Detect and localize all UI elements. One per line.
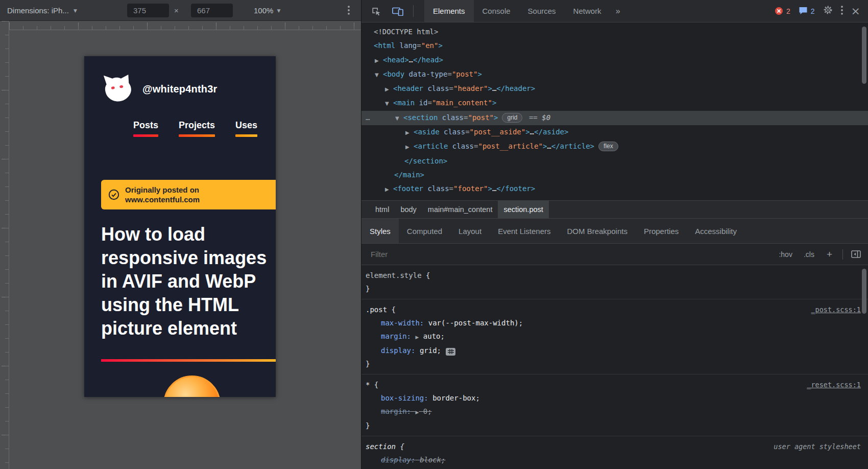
check-circle-icon (108, 189, 120, 201)
expand-arrow-icon[interactable]: ▶ (385, 182, 393, 196)
token-tag: > (525, 128, 529, 136)
panther-logo[interactable] (101, 73, 133, 105)
css-selector-line[interactable]: _reset.scss:1* { (366, 378, 861, 391)
css-selector-line[interactable]: user agent stylesheetsection { (366, 440, 861, 453)
nav-item-projects[interactable]: Projects (179, 120, 215, 137)
stylesheet-source-link[interactable]: _post.scss:1 (811, 303, 861, 316)
tab-properties[interactable]: Properties (636, 219, 687, 243)
css-declaration[interactable]: display: block; (366, 453, 861, 466)
grid-editor-adorner-icon[interactable] (446, 348, 455, 356)
tab-dom-breakpoints[interactable]: DOM Breakpoints (559, 219, 636, 243)
styles-filter-input[interactable] (371, 250, 767, 259)
collapse-arrow-icon[interactable]: ▼ (375, 68, 383, 82)
more-tabs-icon[interactable]: » (610, 0, 626, 22)
token-tag: <html (374, 41, 395, 50)
dom-tree-row[interactable]: </section> (361, 154, 868, 168)
settings-gear-icon[interactable] (823, 5, 833, 17)
viewport-height-input[interactable] (191, 4, 233, 17)
chevron-down-icon: ▼ (74, 8, 77, 13)
device-dimensions-dropdown[interactable]: Dimensions: iPh... ▼ (7, 0, 77, 21)
grid-badge[interactable]: grid (502, 113, 522, 123)
error-count-badge[interactable]: 2 (775, 7, 790, 15)
tab-computed[interactable]: Computed (399, 219, 450, 243)
tab-sources[interactable]: Sources (519, 0, 565, 22)
breadcrumb-body[interactable]: body (395, 201, 422, 218)
device-toolbar-menu-icon[interactable] (348, 6, 350, 17)
dom-tree-row[interactable]: <html lang="en"> (361, 39, 868, 53)
dom-tree-row[interactable]: ▶<aside class="post__aside">…</aside> (361, 125, 868, 139)
tab-elements[interactable]: Elements (424, 0, 474, 22)
hover-state-button[interactable]: :hov (779, 250, 792, 259)
collapse-arrow-icon[interactable]: ▼ (385, 97, 393, 110)
toggle-sidebar-panel-icon[interactable] (851, 250, 861, 258)
breadcrumb-section-post[interactable]: section.post (498, 201, 548, 218)
css-declaration[interactable]: margin: ▶ auto; (366, 330, 861, 344)
new-style-rule-button[interactable]: + (827, 249, 832, 260)
text-token: ; (427, 407, 431, 415)
css-declaration[interactable]: margin: ▶ 0; (366, 405, 861, 419)
breadcrumb-html[interactable]: html (370, 201, 395, 218)
expand-arrow-icon[interactable]: ▶ (385, 82, 393, 96)
devtools-toolbar: Elements Console Sources Network » 2 2 × (361, 0, 868, 22)
stylesheet-source-link[interactable]: _reset.scss:1 (807, 378, 861, 391)
viewport-width-input[interactable] (127, 4, 169, 17)
dom-tree-row[interactable]: <!DOCTYPE html> (361, 25, 868, 39)
collapse-arrow-icon[interactable]: ▼ (395, 111, 403, 125)
flex-badge[interactable]: flex (598, 142, 618, 151)
tab-event-listeners[interactable]: Event Listeners (490, 219, 559, 243)
text-token: ; (441, 332, 445, 340)
styles-filter-bar: :hov .cls + (361, 244, 868, 265)
expand-arrow-icon[interactable]: ▶ (375, 54, 383, 67)
close-devtools-icon[interactable]: × (851, 6, 860, 17)
open-brace: { (396, 442, 404, 451)
dom-tree-row[interactable]: ▶<iframe scrolling="no" frameborder="0" … (361, 197, 868, 200)
css-declaration[interactable]: box-sizing: border-box; (366, 391, 861, 405)
token-tag: </section> (404, 157, 447, 165)
styles-scrollbar-thumb[interactable] (862, 269, 866, 314)
dom-tree-row[interactable]: ▼<body data-type="post"> (361, 67, 868, 82)
expand-arrow-icon[interactable]: ▶ (405, 126, 414, 139)
text-token: ; (519, 319, 523, 327)
token-tag: </head> (413, 56, 443, 64)
css-selector-line[interactable]: _post.scss:1.post { (366, 303, 861, 316)
chevron-down-icon: ▼ (277, 8, 280, 13)
token-str: "post" (468, 113, 494, 122)
breadcrumb-main[interactable]: main#main_content (422, 201, 498, 218)
expand-arrow-icon[interactable]: ▶ (405, 140, 414, 154)
token-tag: <head> (383, 56, 409, 64)
elements-scrollbar-thumb[interactable] (862, 27, 866, 84)
tab-console[interactable]: Console (474, 0, 519, 22)
dom-tree-row[interactable]: ▶<head>…</head> (361, 53, 868, 67)
tab-accessibility[interactable]: Accessibility (687, 219, 745, 243)
dom-tree-row[interactable]: ▶<header class="header">…</header> (361, 82, 868, 96)
device-toolbar-toggle-icon[interactable] (387, 0, 408, 22)
devtools-menu-kebab-icon[interactable] (841, 6, 843, 17)
tab-styles[interactable]: Styles (361, 219, 399, 243)
site-handle: @whitep4nth3r (142, 83, 218, 95)
token-doctype: <!DOCTYPE html> (374, 28, 438, 36)
dom-tree-row[interactable]: </main> (361, 168, 868, 182)
css-declaration[interactable]: max-width: var(--post-max-width); (366, 316, 861, 330)
nav-item-uses[interactable]: Uses (235, 120, 257, 137)
nav-item-posts[interactable]: Posts (133, 120, 158, 137)
css-declaration[interactable]: display: grid; (366, 344, 861, 357)
dom-tree-row-selected[interactable]: …▼<section class="post">grid == $0 (361, 111, 868, 125)
tab-layout[interactable]: Layout (450, 219, 490, 243)
token-text: … (409, 56, 413, 64)
tab-network[interactable]: Network (565, 0, 610, 22)
dom-tree-row[interactable]: ▶<article class="post__article">…</artic… (361, 139, 868, 154)
dom-tree-row[interactable]: ▶<footer class="footer">…</footer> (361, 182, 868, 196)
css-rule-close-brace: } (366, 282, 861, 295)
class-toggle-button[interactable]: .cls (804, 250, 814, 259)
inspect-element-icon[interactable] (366, 0, 387, 22)
token-eq: = (417, 41, 421, 50)
css-selector: element.style (366, 271, 422, 279)
site-nav: Posts Projects Uses (133, 120, 257, 137)
originally-posted-banner[interactable]: Originally posted on www.contentful.com (101, 180, 276, 209)
text-token: } (366, 285, 370, 293)
dom-tree-row[interactable]: ▼<main id="main_content"> (361, 96, 868, 110)
zoom-dropdown[interactable]: 100% ▼ (254, 0, 280, 21)
console-message-badge[interactable]: 2 (799, 7, 815, 15)
token-tag: > (488, 184, 492, 193)
css-selector-line[interactable]: element.style { (366, 269, 861, 282)
